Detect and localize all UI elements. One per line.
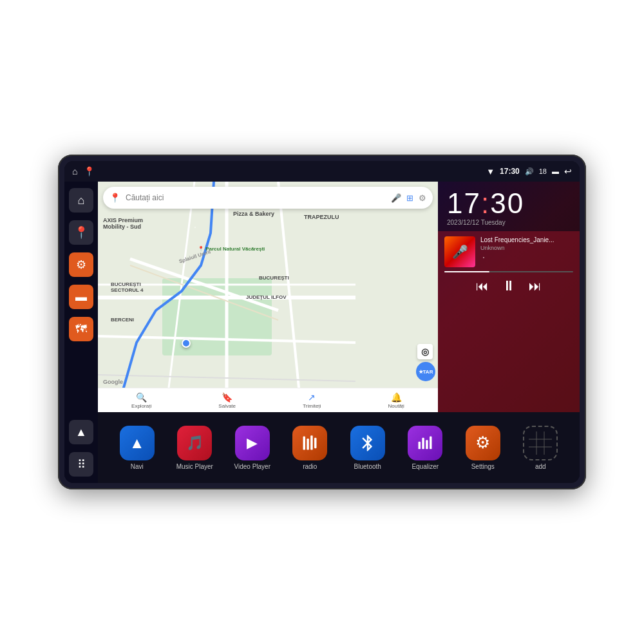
add-icon xyxy=(523,426,558,460)
device-frame: ⌂ 📍 ▼ 17:30 🔊 18 ▬ ↩ ⌂ 📍 ⚙ ▬ 🗺 xyxy=(58,155,586,489)
app-music-player[interactable]: 🎵 Music Player xyxy=(169,426,222,470)
location-dot xyxy=(182,339,191,348)
sidebar-item-navi[interactable]: 🗺 xyxy=(69,317,93,341)
map-background: AXIS PremiumMobility - Sud Pizza & Baker… xyxy=(98,182,438,412)
app-add-label: add xyxy=(535,463,546,470)
battery-icon: ▬ xyxy=(552,167,559,175)
back-icon[interactable]: ↩ xyxy=(564,166,572,176)
explore-icon: 🔍 xyxy=(136,392,147,402)
navi-icon: ▲ xyxy=(120,426,155,460)
app-video-label: Video Player xyxy=(234,463,270,470)
clock-display: 17:30 xyxy=(447,189,571,218)
star-button[interactable]: ★TAR xyxy=(416,362,435,381)
music-progress-fill xyxy=(444,271,489,272)
sidebar: ⌂ 📍 ⚙ ▬ 🗺 ▲ ⠿ xyxy=(64,182,98,483)
main-area: ⌂ 📍 ⚙ ▬ 🗺 ▲ ⠿ xyxy=(64,182,580,483)
app-radio-label: radio xyxy=(303,463,317,470)
music-info: Lost Frequencies_Janie... Unknown xyxy=(480,236,573,251)
app-equalizer[interactable]: Equalizer xyxy=(399,426,452,470)
clock-date: 2023/12/12 Tuesday xyxy=(447,219,571,226)
svg-rect-10 xyxy=(303,436,306,450)
music-artist: Unknown xyxy=(480,245,573,251)
clock-colon: : xyxy=(481,187,490,219)
app-video-player[interactable]: ▶ Video Player xyxy=(226,426,279,470)
svg-rect-13 xyxy=(314,437,317,448)
map-nav-saved[interactable]: 🔖 Salvate xyxy=(218,392,236,409)
mic-icon[interactable]: 🎤 xyxy=(391,193,401,203)
map-label-pizza: Pizza & Bakery xyxy=(233,211,274,217)
app-navi-label: Navi xyxy=(131,463,144,470)
status-right: ▼ 17:30 🔊 18 ▬ ↩ xyxy=(486,166,572,176)
app-equalizer-label: Equalizer xyxy=(412,463,439,470)
svg-rect-15 xyxy=(422,437,425,449)
app-bluetooth-label: Bluetooth xyxy=(354,463,381,470)
app-music-label: Music Player xyxy=(176,463,213,470)
right-panel: AXIS PremiumMobility - Sud Pizza & Baker… xyxy=(98,182,580,483)
next-button[interactable]: ⏭ xyxy=(529,279,542,294)
sidebar-item-settings[interactable]: ⚙ xyxy=(69,252,93,277)
map-pin-icon[interactable]: 📍 xyxy=(84,166,95,176)
music-section: 🎤 Lost Frequencies_Janie... Unknown xyxy=(438,231,580,412)
app-add[interactable]: add xyxy=(515,426,567,470)
clock-hour: 17 xyxy=(447,187,481,219)
home-icon[interactable]: ⌂ xyxy=(72,166,77,176)
status-left: ⌂ 📍 xyxy=(72,166,95,176)
map-label-trap: TRAPEZULU xyxy=(304,214,339,220)
news-label: Noutăți xyxy=(388,403,404,409)
sidebar-item-files[interactable]: ▬ xyxy=(69,285,93,309)
app-bluetooth[interactable]: Bluetooth xyxy=(341,426,394,470)
top-section: AXIS PremiumMobility - Sud Pizza & Baker… xyxy=(98,182,580,412)
radio-icon xyxy=(292,426,327,460)
saved-label: Salvate xyxy=(218,403,236,409)
svg-rect-11 xyxy=(307,439,310,450)
wifi-icon: ▼ xyxy=(486,167,495,176)
news-icon: 🔔 xyxy=(391,392,402,402)
bluetooth-icon xyxy=(350,426,385,460)
sidebar-item-map[interactable]: 📍 xyxy=(69,220,93,245)
settings-icon: ⚙ xyxy=(466,426,500,460)
explore-label: Explorați xyxy=(131,403,151,409)
map-nav-news[interactable]: 🔔 Noutăți xyxy=(388,392,404,409)
send-label: Trimiteți xyxy=(303,403,321,409)
apps-section: ▲ Navi 🎵 Music Player ▶ Video Player xyxy=(98,412,580,483)
music-player-icon: 🎵 xyxy=(177,426,212,460)
svg-rect-14 xyxy=(419,441,421,449)
info-panel: 17:30 2023/12/12 Tuesday 🎤 Lost Frequenc… xyxy=(438,182,580,412)
app-settings[interactable]: ⚙ Settings xyxy=(457,426,509,470)
sidebar-item-home[interactable]: ⌂ xyxy=(69,188,93,213)
clock-section: 17:30 2023/12/12 Tuesday xyxy=(438,182,580,231)
send-icon: ↗ xyxy=(308,392,316,402)
music-title: Lost Frequencies_Janie... xyxy=(480,236,573,243)
map-label-axis: AXIS PremiumMobility - Sud xyxy=(103,217,143,230)
map-search-bar[interactable]: 📍 🎤 ⊞ ⚙ xyxy=(103,187,433,209)
album-art[interactable]: 🎤 xyxy=(444,236,475,267)
svg-rect-16 xyxy=(426,440,428,449)
map-label-jud: JUDEȚUL ILFOV xyxy=(246,294,287,300)
google-maps-icon: 📍 xyxy=(109,193,120,203)
settings-map-icon[interactable]: ⚙ xyxy=(419,193,426,203)
svg-rect-12 xyxy=(310,435,313,450)
search-input[interactable] xyxy=(126,193,386,202)
battery-level: 18 xyxy=(539,167,547,175)
map-container[interactable]: AXIS PremiumMobility - Sud Pizza & Baker… xyxy=(98,182,438,412)
pause-button[interactable]: ⏸ xyxy=(502,278,516,294)
app-navi[interactable]: ▲ Navi xyxy=(111,426,164,470)
map-label-buc: BUCUREȘTI xyxy=(259,275,289,281)
compass-icon[interactable]: ◎ xyxy=(417,344,433,359)
map-nav-send[interactable]: ↗ Trimiteți xyxy=(303,392,321,409)
sidebar-item-arrow[interactable]: ▲ xyxy=(69,420,93,444)
map-bottom-nav: 🔍 Explorați 🔖 Salvate ↗ Trimiteți xyxy=(98,388,438,412)
layers-icon[interactable]: ⊞ xyxy=(406,193,413,203)
prev-button[interactable]: ⏮ xyxy=(476,279,489,294)
music-controls: ⏮ ⏸ ⏭ xyxy=(444,278,573,294)
video-player-icon: ▶ xyxy=(235,426,270,460)
svg-rect-17 xyxy=(430,436,432,449)
map-nav-explore[interactable]: 🔍 Explorați xyxy=(131,392,151,409)
sidebar-item-grid[interactable]: ⠿ xyxy=(69,452,93,477)
status-time: 17:30 xyxy=(500,167,520,176)
clock-minute: 30 xyxy=(490,187,524,219)
app-radio[interactable]: radio xyxy=(284,426,337,470)
music-top: 🎤 Lost Frequencies_Janie... Unknown xyxy=(444,236,573,267)
map-label-berceni: BERCENI xyxy=(111,317,134,323)
app-settings-label: Settings xyxy=(471,463,495,470)
